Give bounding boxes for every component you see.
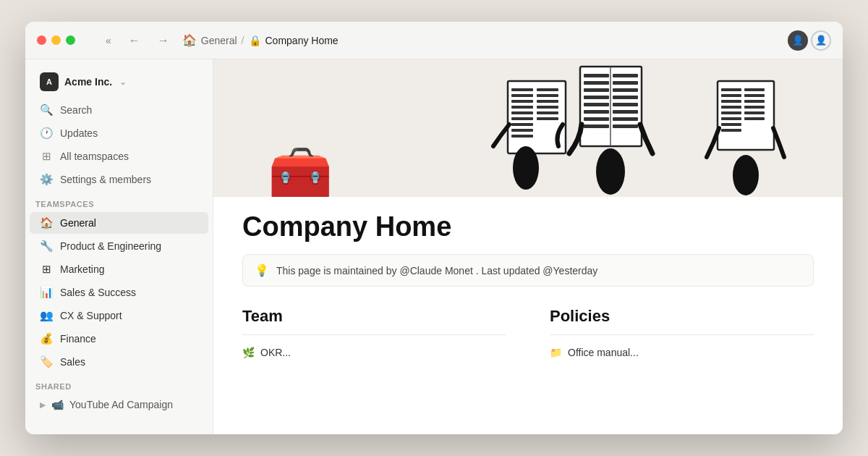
hero-illustration	[434, 59, 843, 197]
home-icon: 🏠	[40, 216, 53, 229]
sidebar-item-sales[interactable]: 🏷️ Sales	[30, 351, 208, 373]
sidebar-item-settings[interactable]: ⚙️ Settings & members	[30, 169, 208, 190]
tag-icon: 🏷️	[40, 355, 53, 368]
maintained-text: This page is maintained by @Claude Monet…	[276, 265, 597, 276]
forward-button[interactable]: →	[153, 31, 174, 50]
sidebar-item-all-teamspaces[interactable]: ⊞ All teamspaces	[30, 145, 208, 167]
updates-icon: 🕐	[40, 127, 53, 140]
close-button[interactable]	[37, 35, 46, 45]
sidebar-item-general[interactable]: 🏠 General	[30, 212, 208, 234]
breadcrumb: 🏠 General / 🔒 Company Home	[182, 33, 779, 47]
user-avatar-outline[interactable]: 👤	[811, 30, 831, 51]
brand-icon: A	[40, 72, 59, 91]
settings-icon: ⚙️	[40, 173, 53, 186]
svg-rect-42	[721, 117, 741, 120]
policies-item-label: Office manual...	[568, 347, 639, 358]
svg-rect-13	[537, 106, 558, 109]
teamspaces-icon: ⊞	[40, 150, 53, 163]
svg-rect-30	[613, 103, 638, 106]
sidebar-item-finance[interactable]: 💰 Finance	[30, 328, 208, 350]
brand-chevron-icon: ⌄	[119, 77, 127, 87]
maintained-by[interactable]: @Claude Monet	[399, 265, 472, 276]
team-item-okr[interactable]: 🌿 OKR...	[242, 342, 506, 363]
brand-selector[interactable]: A Acme Inc. ⌄	[30, 68, 208, 96]
hero-banner: 🧰	[213, 59, 843, 197]
policies-section-heading: Policies	[550, 307, 814, 326]
breadcrumb-general[interactable]: General	[201, 35, 237, 46]
sidebar-item-sales-success[interactable]: 📊 Sales & Success	[30, 282, 208, 303]
svg-rect-12	[537, 100, 558, 103]
sidebar-settings-label: Settings & members	[60, 174, 151, 185]
breadcrumb-home-icon: 🏠	[182, 33, 197, 47]
user-avatar[interactable]: 👤	[788, 30, 808, 51]
svg-rect-47	[744, 100, 765, 103]
svg-rect-40	[721, 106, 741, 109]
policies-item-office[interactable]: 📁 Office manual...	[550, 342, 814, 363]
sidebar-general-label: General	[60, 217, 96, 229]
svg-rect-10	[537, 88, 558, 91]
titlebar: « ← → 🏠 General / 🔒 Company Home 👤 👤	[25, 22, 843, 59]
teamspaces-section-label: Teamspaces	[25, 191, 213, 211]
lightbulb-icon: 💡	[255, 263, 269, 277]
team-section-heading: Team	[242, 307, 506, 326]
collapse-button[interactable]: «	[101, 32, 116, 49]
svg-rect-14	[537, 111, 558, 114]
svg-rect-23	[584, 110, 609, 114]
maintained-banner: 💡 This page is maintained by @Claude Mon…	[242, 254, 814, 287]
search-icon: 🔍	[40, 104, 53, 117]
sidebar-item-marketing[interactable]: ⊞ Marketing	[30, 258, 208, 280]
sidebar-search-label: Search	[60, 104, 92, 116]
sidebar-item-product-engineering[interactable]: 🔧 Product & Engineering	[30, 235, 208, 257]
money-icon: 💰	[40, 332, 53, 345]
titlebar-right: 👤 👤	[788, 30, 831, 51]
last-updated-value[interactable]: @Yesterday	[542, 265, 597, 276]
back-button[interactable]: ←	[124, 31, 145, 50]
leaf-icon: 🌿	[242, 347, 255, 358]
sidebar-item-youtube[interactable]: ▶ 📹 YouTube Ad Campaign	[30, 394, 208, 415]
sidebar-item-updates[interactable]: 🕐 Updates	[30, 122, 208, 144]
svg-rect-33	[613, 124, 638, 128]
sidebar-sales-success-label: Sales & Success	[60, 287, 136, 298]
svg-point-16	[513, 146, 539, 190]
svg-rect-36	[718, 81, 774, 150]
app-window: « ← → 🏠 General / 🔒 Company Home 👤 👤 A A…	[25, 22, 843, 434]
toolbox-icon: 🧰	[268, 143, 333, 197]
svg-rect-24	[584, 117, 609, 121]
svg-rect-29	[613, 96, 638, 99]
breadcrumb-separator: /	[242, 35, 244, 46]
svg-rect-27	[613, 81, 638, 85]
maximize-button[interactable]	[66, 35, 75, 45]
sidebar-sales-label: Sales	[60, 356, 85, 368]
minimize-button[interactable]	[51, 35, 61, 45]
svg-rect-25	[584, 124, 609, 128]
svg-rect-21	[584, 96, 609, 99]
policies-section: Policies 📁 Office manual...	[550, 307, 814, 363]
svg-rect-38	[721, 94, 741, 97]
svg-rect-6	[511, 117, 533, 120]
svg-rect-49	[744, 111, 765, 114]
svg-rect-15	[537, 117, 558, 120]
folder-icon: 📁	[550, 347, 562, 358]
svg-rect-45	[744, 88, 765, 91]
sidebar: A Acme Inc. ⌄ 🔍 Search 🕐 Updates ⊞ All t…	[25, 59, 213, 434]
people-icon: 👥	[40, 309, 53, 322]
content-area: 🧰 Company Home 💡 This page is maintained…	[213, 59, 843, 434]
svg-rect-41	[721, 111, 741, 114]
breadcrumb-lock-icon: 🔒	[249, 35, 261, 46]
sidebar-cx-label: CX & Support	[60, 310, 122, 321]
svg-rect-26	[613, 74, 638, 77]
svg-point-35	[596, 148, 625, 195]
youtube-icon: 📹	[51, 399, 64, 410]
sidebar-item-cx-support[interactable]: 👥 CX & Support	[30, 305, 208, 326]
svg-rect-50	[744, 117, 765, 120]
svg-rect-43	[721, 123, 741, 126]
shared-section-label: Shared	[25, 373, 213, 394]
wrench-icon: 🔧	[40, 240, 53, 253]
svg-rect-44	[721, 129, 741, 132]
svg-rect-28	[613, 88, 638, 92]
sidebar-item-search[interactable]: 🔍 Search	[30, 99, 208, 121]
newspaper-readers-svg	[464, 59, 812, 197]
brand-name: Acme Inc.	[64, 76, 112, 88]
svg-rect-18	[584, 74, 609, 77]
svg-rect-9	[511, 135, 533, 138]
